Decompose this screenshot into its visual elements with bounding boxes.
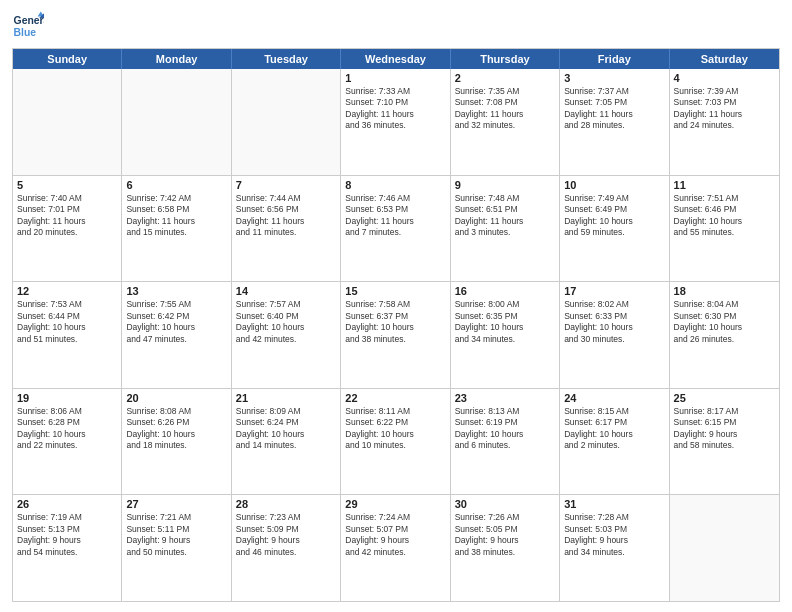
calendar-cell: 4Sunrise: 7:39 AM Sunset: 7:03 PM Daylig… <box>670 69 779 175</box>
calendar-cell: 17Sunrise: 8:02 AM Sunset: 6:33 PM Dayli… <box>560 282 669 388</box>
cell-daylight-text: Sunrise: 8:02 AM Sunset: 6:33 PM Dayligh… <box>564 299 664 345</box>
calendar-cell: 23Sunrise: 8:13 AM Sunset: 6:19 PM Dayli… <box>451 389 560 495</box>
cell-daylight-text: Sunrise: 7:46 AM Sunset: 6:53 PM Dayligh… <box>345 193 445 239</box>
calendar-cell: 25Sunrise: 8:17 AM Sunset: 6:15 PM Dayli… <box>670 389 779 495</box>
cell-daylight-text: Sunrise: 8:04 AM Sunset: 6:30 PM Dayligh… <box>674 299 775 345</box>
cell-daylight-text: Sunrise: 7:26 AM Sunset: 5:05 PM Dayligh… <box>455 512 555 558</box>
header-day-saturday: Saturday <box>670 49 779 69</box>
day-number: 17 <box>564 285 664 297</box>
day-number: 16 <box>455 285 555 297</box>
cell-daylight-text: Sunrise: 7:49 AM Sunset: 6:49 PM Dayligh… <box>564 193 664 239</box>
calendar-cell: 21Sunrise: 8:09 AM Sunset: 6:24 PM Dayli… <box>232 389 341 495</box>
day-number: 1 <box>345 72 445 84</box>
svg-text:Blue: Blue <box>14 27 37 38</box>
cell-daylight-text: Sunrise: 8:13 AM Sunset: 6:19 PM Dayligh… <box>455 406 555 452</box>
header-day-friday: Friday <box>560 49 669 69</box>
calendar-cell: 12Sunrise: 7:53 AM Sunset: 6:44 PM Dayli… <box>13 282 122 388</box>
day-number: 20 <box>126 392 226 404</box>
day-number: 22 <box>345 392 445 404</box>
calendar-cell: 8Sunrise: 7:46 AM Sunset: 6:53 PM Daylig… <box>341 176 450 282</box>
cell-daylight-text: Sunrise: 7:33 AM Sunset: 7:10 PM Dayligh… <box>345 86 445 132</box>
cell-daylight-text: Sunrise: 8:09 AM Sunset: 6:24 PM Dayligh… <box>236 406 336 452</box>
calendar-cell: 15Sunrise: 7:58 AM Sunset: 6:37 PM Dayli… <box>341 282 450 388</box>
calendar-cell: 30Sunrise: 7:26 AM Sunset: 5:05 PM Dayli… <box>451 495 560 601</box>
header-day-sunday: Sunday <box>13 49 122 69</box>
day-number: 28 <box>236 498 336 510</box>
calendar-cell: 14Sunrise: 7:57 AM Sunset: 6:40 PM Dayli… <box>232 282 341 388</box>
calendar-row-5: 26Sunrise: 7:19 AM Sunset: 5:13 PM Dayli… <box>13 495 779 601</box>
calendar-row-3: 12Sunrise: 7:53 AM Sunset: 6:44 PM Dayli… <box>13 282 779 389</box>
calendar-cell: 18Sunrise: 8:04 AM Sunset: 6:30 PM Dayli… <box>670 282 779 388</box>
header: General Blue <box>12 10 780 42</box>
calendar-cell <box>232 69 341 175</box>
logo-icon: General Blue <box>12 10 44 42</box>
cell-daylight-text: Sunrise: 7:42 AM Sunset: 6:58 PM Dayligh… <box>126 193 226 239</box>
day-number: 29 <box>345 498 445 510</box>
day-number: 18 <box>674 285 775 297</box>
header-day-wednesday: Wednesday <box>341 49 450 69</box>
cell-daylight-text: Sunrise: 8:08 AM Sunset: 6:26 PM Dayligh… <box>126 406 226 452</box>
page: General Blue SundayMondayTuesdayWednesda… <box>0 0 792 612</box>
day-number: 8 <box>345 179 445 191</box>
calendar-cell: 26Sunrise: 7:19 AM Sunset: 5:13 PM Dayli… <box>13 495 122 601</box>
calendar-cell: 5Sunrise: 7:40 AM Sunset: 7:01 PM Daylig… <box>13 176 122 282</box>
calendar-cell: 9Sunrise: 7:48 AM Sunset: 6:51 PM Daylig… <box>451 176 560 282</box>
cell-daylight-text: Sunrise: 8:15 AM Sunset: 6:17 PM Dayligh… <box>564 406 664 452</box>
calendar-cell: 2Sunrise: 7:35 AM Sunset: 7:08 PM Daylig… <box>451 69 560 175</box>
cell-daylight-text: Sunrise: 7:35 AM Sunset: 7:08 PM Dayligh… <box>455 86 555 132</box>
cell-daylight-text: Sunrise: 7:55 AM Sunset: 6:42 PM Dayligh… <box>126 299 226 345</box>
cell-daylight-text: Sunrise: 7:21 AM Sunset: 5:11 PM Dayligh… <box>126 512 226 558</box>
cell-daylight-text: Sunrise: 7:48 AM Sunset: 6:51 PM Dayligh… <box>455 193 555 239</box>
cell-daylight-text: Sunrise: 7:40 AM Sunset: 7:01 PM Dayligh… <box>17 193 117 239</box>
calendar-body: 1Sunrise: 7:33 AM Sunset: 7:10 PM Daylig… <box>13 69 779 601</box>
day-number: 11 <box>674 179 775 191</box>
cell-daylight-text: Sunrise: 8:06 AM Sunset: 6:28 PM Dayligh… <box>17 406 117 452</box>
calendar: SundayMondayTuesdayWednesdayThursdayFrid… <box>12 48 780 602</box>
day-number: 23 <box>455 392 555 404</box>
day-number: 4 <box>674 72 775 84</box>
cell-daylight-text: Sunrise: 7:51 AM Sunset: 6:46 PM Dayligh… <box>674 193 775 239</box>
cell-daylight-text: Sunrise: 7:19 AM Sunset: 5:13 PM Dayligh… <box>17 512 117 558</box>
calendar-cell: 7Sunrise: 7:44 AM Sunset: 6:56 PM Daylig… <box>232 176 341 282</box>
day-number: 6 <box>126 179 226 191</box>
day-number: 5 <box>17 179 117 191</box>
header-day-thursday: Thursday <box>451 49 560 69</box>
calendar-cell: 13Sunrise: 7:55 AM Sunset: 6:42 PM Dayli… <box>122 282 231 388</box>
cell-daylight-text: Sunrise: 7:37 AM Sunset: 7:05 PM Dayligh… <box>564 86 664 132</box>
day-number: 3 <box>564 72 664 84</box>
calendar-cell: 29Sunrise: 7:24 AM Sunset: 5:07 PM Dayli… <box>341 495 450 601</box>
calendar-cell: 31Sunrise: 7:28 AM Sunset: 5:03 PM Dayli… <box>560 495 669 601</box>
calendar-cell <box>670 495 779 601</box>
day-number: 19 <box>17 392 117 404</box>
cell-daylight-text: Sunrise: 7:24 AM Sunset: 5:07 PM Dayligh… <box>345 512 445 558</box>
calendar-cell: 24Sunrise: 8:15 AM Sunset: 6:17 PM Dayli… <box>560 389 669 495</box>
cell-daylight-text: Sunrise: 7:44 AM Sunset: 6:56 PM Dayligh… <box>236 193 336 239</box>
calendar-cell: 19Sunrise: 8:06 AM Sunset: 6:28 PM Dayli… <box>13 389 122 495</box>
calendar-row-2: 5Sunrise: 7:40 AM Sunset: 7:01 PM Daylig… <box>13 176 779 283</box>
calendar-cell <box>122 69 231 175</box>
day-number: 9 <box>455 179 555 191</box>
calendar-cell: 11Sunrise: 7:51 AM Sunset: 6:46 PM Dayli… <box>670 176 779 282</box>
calendar-cell: 22Sunrise: 8:11 AM Sunset: 6:22 PM Dayli… <box>341 389 450 495</box>
day-number: 13 <box>126 285 226 297</box>
calendar-cell: 28Sunrise: 7:23 AM Sunset: 5:09 PM Dayli… <box>232 495 341 601</box>
svg-text:General: General <box>14 15 44 26</box>
header-day-monday: Monday <box>122 49 231 69</box>
header-day-tuesday: Tuesday <box>232 49 341 69</box>
cell-daylight-text: Sunrise: 8:17 AM Sunset: 6:15 PM Dayligh… <box>674 406 775 452</box>
calendar-cell: 10Sunrise: 7:49 AM Sunset: 6:49 PM Dayli… <box>560 176 669 282</box>
day-number: 15 <box>345 285 445 297</box>
day-number: 24 <box>564 392 664 404</box>
cell-daylight-text: Sunrise: 7:57 AM Sunset: 6:40 PM Dayligh… <box>236 299 336 345</box>
calendar-cell: 16Sunrise: 8:00 AM Sunset: 6:35 PM Dayli… <box>451 282 560 388</box>
day-number: 25 <box>674 392 775 404</box>
calendar-row-1: 1Sunrise: 7:33 AM Sunset: 7:10 PM Daylig… <box>13 69 779 176</box>
logo: General Blue <box>12 10 44 42</box>
day-number: 21 <box>236 392 336 404</box>
calendar-cell: 1Sunrise: 7:33 AM Sunset: 7:10 PM Daylig… <box>341 69 450 175</box>
day-number: 30 <box>455 498 555 510</box>
calendar-cell: 3Sunrise: 7:37 AM Sunset: 7:05 PM Daylig… <box>560 69 669 175</box>
day-number: 27 <box>126 498 226 510</box>
calendar-cell <box>13 69 122 175</box>
calendar-row-4: 19Sunrise: 8:06 AM Sunset: 6:28 PM Dayli… <box>13 389 779 496</box>
